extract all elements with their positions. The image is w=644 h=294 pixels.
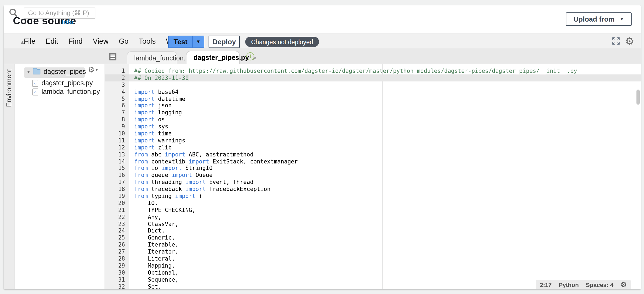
- tree-file-dagster-pipes[interactable]: ‹› dagster_pipes.py: [32, 79, 93, 87]
- info-link[interactable]: Info: [61, 18, 73, 26]
- line-number[interactable]: 28: [105, 255, 129, 262]
- line-number[interactable]: 13: [105, 151, 129, 158]
- search-icon[interactable]: [8, 7, 19, 19]
- folder-expand-caret-icon[interactable]: ▼: [26, 69, 31, 74]
- code-line-2[interactable]: 2## On 2023-11-30: [105, 74, 641, 81]
- fullscreen-icon[interactable]: [612, 37, 620, 45]
- code-line-20[interactable]: 20 IO,: [105, 200, 641, 207]
- menu-item-edit[interactable]: Edit: [46, 37, 58, 45]
- test-button-label[interactable]: Test: [169, 36, 192, 47]
- line-number[interactable]: 5: [105, 95, 129, 102]
- line-number[interactable]: 23: [105, 220, 129, 227]
- editor-settings-gear-icon[interactable]: ⚙: [625, 36, 634, 46]
- line-content: Generic,: [129, 234, 641, 241]
- line-number[interactable]: 12: [105, 144, 129, 151]
- line-number[interactable]: 26: [105, 241, 129, 248]
- code-lines[interactable]: 1## Copied from: https://raw.githubuserc…: [105, 67, 641, 289]
- cursor-position[interactable]: 2:17: [540, 281, 552, 288]
- code-line-5[interactable]: 5import datetime: [105, 95, 641, 102]
- line-number[interactable]: 11: [105, 137, 129, 144]
- go-to-anything-input[interactable]: [24, 7, 95, 19]
- code-line-30[interactable]: 30 Optional,: [105, 269, 641, 276]
- tree-gear-icon[interactable]: ⚙: [88, 66, 95, 73]
- code-line-10[interactable]: 10import time: [105, 130, 641, 137]
- code-line-22[interactable]: 22 Any,: [105, 213, 641, 220]
- code-area[interactable]: 1## Copied from: https://raw.githubuserc…: [105, 64, 641, 289]
- code-line-6[interactable]: 6import json: [105, 102, 641, 109]
- code-line-1[interactable]: 1## Copied from: https://raw.githubuserc…: [105, 67, 641, 74]
- code-line-23[interactable]: 23 ClassVar,: [105, 220, 641, 227]
- code-line-21[interactable]: 21 TYPE_CHECKING,: [105, 207, 641, 214]
- line-number[interactable]: 3: [105, 81, 129, 88]
- line-number[interactable]: 22: [105, 213, 129, 220]
- line-number[interactable]: 21: [105, 207, 129, 214]
- code-line-9[interactable]: 9import sys: [105, 123, 641, 130]
- menu-item-view[interactable]: View: [93, 37, 109, 45]
- line-number[interactable]: 24: [105, 227, 129, 234]
- line-number[interactable]: 10: [105, 130, 129, 137]
- line-number[interactable]: 18: [105, 186, 129, 193]
- code-line-14[interactable]: 14from contextlib import ExitStack, cont…: [105, 158, 641, 165]
- environment-label[interactable]: Environment: [5, 69, 13, 107]
- tree-file-lambda-function[interactable]: ‹› lambda_function.py: [32, 88, 100, 95]
- line-number[interactable]: 9: [105, 123, 129, 130]
- line-number[interactable]: 27: [105, 248, 129, 255]
- line-number[interactable]: 32: [105, 283, 129, 289]
- code-line-11[interactable]: 11import warnings: [105, 137, 641, 144]
- code-line-18[interactable]: 18from traceback import TracebackExcepti…: [105, 186, 641, 193]
- line-number[interactable]: 14: [105, 158, 129, 165]
- line-number[interactable]: 30: [105, 269, 129, 276]
- code-line-15[interactable]: 15from io import StringIO: [105, 165, 641, 172]
- tab-lambda-function[interactable]: lambda_function. ×: [127, 51, 177, 64]
- menu-item-file[interactable]: File: [24, 37, 36, 45]
- line-number[interactable]: 6: [105, 102, 129, 109]
- deploy-button[interactable]: Deploy: [209, 35, 240, 48]
- line-number[interactable]: 4: [105, 88, 129, 95]
- code-line-16[interactable]: 16from queue import Queue: [105, 172, 641, 179]
- vertical-scrollbar[interactable]: [636, 90, 640, 105]
- code-source-card: Code source Info Upload from ▼ ▲ FileEdi…: [4, 5, 641, 289]
- line-number[interactable]: 7: [105, 109, 129, 116]
- code-line-7[interactable]: 7import logging: [105, 109, 641, 116]
- code-line-4[interactable]: 4import base64: [105, 88, 641, 95]
- menu-item-tools[interactable]: Tools: [139, 37, 156, 45]
- line-content: from queue import Queue: [129, 172, 641, 179]
- line-number[interactable]: 29: [105, 262, 129, 269]
- code-line-28[interactable]: 28 Literal,: [105, 255, 641, 262]
- upload-from-button[interactable]: Upload from ▼: [566, 12, 632, 26]
- code-line-25[interactable]: 25 Generic,: [105, 234, 641, 241]
- code-line-24[interactable]: 24 Dict,: [105, 227, 641, 234]
- line-number[interactable]: 15: [105, 165, 129, 172]
- line-number[interactable]: 25: [105, 234, 129, 241]
- test-button[interactable]: Test ▼: [168, 35, 204, 48]
- code-line-27[interactable]: 27 Iterator,: [105, 248, 641, 255]
- line-number[interactable]: 19: [105, 193, 129, 200]
- code-line-8[interactable]: 8import os: [105, 116, 641, 123]
- test-dropdown-icon[interactable]: ▼: [192, 36, 204, 47]
- tab-dagster-pipes[interactable]: dagster_pipes.py ×: [186, 51, 240, 64]
- close-icon[interactable]: ×: [253, 54, 257, 61]
- code-line-12[interactable]: 12import zlib: [105, 144, 641, 151]
- line-number[interactable]: 17: [105, 179, 129, 186]
- menu-item-find[interactable]: Find: [68, 37, 83, 45]
- tab-list-icon[interactable]: [109, 53, 116, 60]
- code-line-13[interactable]: 13from abc import ABC, abstractmethod: [105, 151, 641, 158]
- indentation-setting[interactable]: Spaces: 4: [586, 281, 614, 288]
- line-number[interactable]: 20: [105, 200, 129, 207]
- code-line-29[interactable]: 29 Mapping,: [105, 262, 641, 269]
- code-line-26[interactable]: 26 Iterable,: [105, 241, 641, 248]
- menu-item-go[interactable]: Go: [119, 37, 129, 45]
- line-number[interactable]: 1: [105, 67, 129, 74]
- status-gear-icon[interactable]: ⚙: [621, 281, 627, 288]
- line-number[interactable]: 16: [105, 172, 129, 179]
- code-line-17[interactable]: 17from threading import Event, Thread: [105, 179, 641, 186]
- line-content: import time: [129, 130, 641, 137]
- line-number[interactable]: 2: [105, 74, 129, 81]
- line-number[interactable]: 8: [105, 116, 129, 123]
- code-line-3[interactable]: 3: [105, 81, 641, 88]
- tree-settings-control[interactable]: ⚙ ▾: [88, 66, 98, 73]
- line-number[interactable]: 31: [105, 276, 129, 283]
- code-line-19[interactable]: 19from typing import (: [105, 193, 641, 200]
- tree-folder-row[interactable]: ▼ dagster_pipes_funct: [26, 68, 86, 76]
- language-mode[interactable]: Python: [559, 281, 579, 288]
